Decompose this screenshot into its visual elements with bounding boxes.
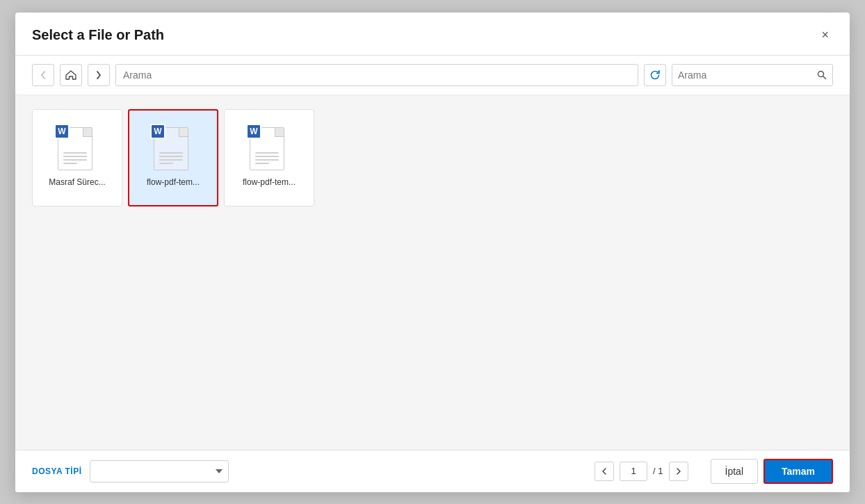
word-badge-1: W — [54, 124, 70, 139]
prev-page-button[interactable] — [595, 462, 614, 481]
word-badge-2: W — [150, 124, 165, 139]
search-input[interactable] — [672, 70, 811, 81]
footer-actions: İptal Tamam — [711, 459, 833, 484]
forward-button[interactable] — [88, 64, 110, 86]
content-area: W Masraf Sürec... W — [15, 95, 850, 450]
file-icon-1: W — [58, 127, 97, 172]
dialog-titlebar: Select a File or Path × — [15, 13, 850, 56]
file-type-select[interactable] — [90, 460, 229, 482]
footer: DOSYA TİPİ / 1 İptal Tamam — [15, 450, 850, 492]
search-button[interactable] — [811, 70, 832, 80]
pagination: / 1 — [595, 462, 688, 481]
svg-point-0 — [818, 71, 824, 76]
path-input[interactable] — [115, 64, 638, 86]
search-container — [672, 64, 833, 86]
refresh-button[interactable] — [644, 64, 666, 86]
file-icon-3: W — [250, 127, 289, 172]
file-item-1[interactable]: W Masraf Sürec... — [32, 109, 122, 206]
toolbar — [15, 56, 850, 95]
file-type-label: DOSYA TİPİ — [32, 466, 81, 476]
cancel-button[interactable]: İptal — [711, 459, 758, 484]
next-page-button[interactable] — [669, 462, 688, 481]
file-name-2: flow-pdf-tem... — [147, 177, 200, 188]
file-name-3: flow-pdf-tem... — [243, 177, 296, 188]
word-badge-3: W — [246, 124, 261, 139]
file-icon-2: W — [154, 127, 193, 172]
file-grid: W Masraf Sürec... W — [32, 109, 833, 206]
close-button[interactable]: × — [817, 25, 833, 45]
file-item-3[interactable]: W flow-pdf-tem... — [224, 109, 314, 206]
select-file-dialog: Select a File or Path × — [15, 13, 850, 492]
file-item-2[interactable]: W flow-pdf-tem... — [128, 109, 218, 206]
home-button[interactable] — [60, 64, 82, 86]
back-button[interactable] — [32, 64, 54, 86]
page-total: / 1 — [653, 466, 663, 476]
file-name-1: Masraf Sürec... — [49, 177, 105, 188]
ok-button[interactable]: Tamam — [763, 459, 833, 484]
page-number-input[interactable] — [620, 462, 647, 481]
dialog-title: Select a File or Path — [32, 27, 164, 43]
